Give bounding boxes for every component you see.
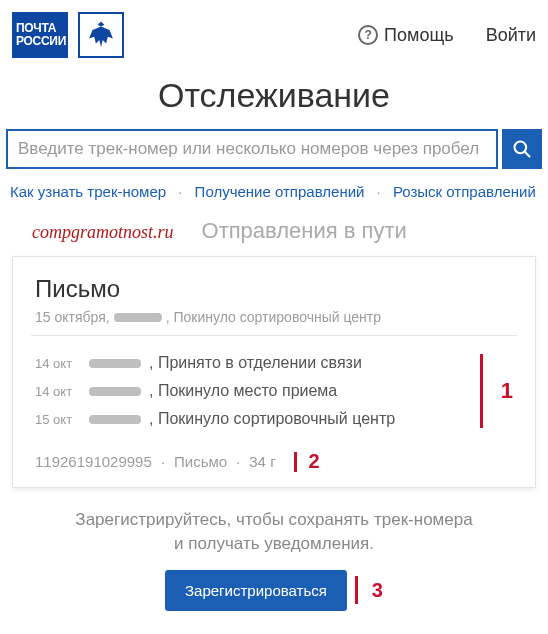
redacted-location [89,359,141,368]
watermark: compgramotnost.ru [32,222,174,243]
register-button[interactable]: Зарегистрироваться [165,570,347,611]
shipment-weight: 34 г [249,453,275,470]
event-block: 14 окт , Принято в отделении связи 14 ок… [35,354,513,428]
event-row: 15 окт , Покинуло сортировочный центр [35,410,468,428]
redacted-location [89,387,141,396]
separator: · [377,183,381,200]
annotation-3: 3 [372,579,383,602]
logo-line2: РОССИИ [16,35,68,48]
card-footer: 11926191029995 · Письмо · 34 г 2 [35,450,513,473]
subnav-search-lost[interactable]: Розыск отправлений [393,183,536,200]
event-status: , Покинуло сортировочный центр [149,410,395,428]
annotation-2: 2 [309,450,320,473]
in-transit-label: Отправления в пути [202,218,407,244]
search-icon [512,139,532,159]
tracking-card[interactable]: Письмо 15 октября, , Покинуло сортировоч… [12,256,536,488]
help-icon: ? [358,25,378,45]
event-date: 14 окт [35,356,81,371]
redacted-location [89,415,141,424]
event-date: 15 окт [35,412,81,427]
logo-text[interactable]: ПОЧТА РОССИИ [12,12,68,58]
logo-emblem[interactable] [78,12,124,58]
shipment-type: Письмо [174,453,227,470]
card-title: Письмо [35,275,513,303]
cta-row: Зарегистрироваться 3 [0,570,548,629]
divider [31,335,517,336]
help-link[interactable]: ? Помощь [358,25,454,46]
track-number: 11926191029995 [35,453,152,470]
annotation-bar-1 [480,354,483,428]
eagle-icon [84,18,118,52]
card-subtitle: 15 октября, , Покинуло сортировочный цен… [35,309,513,325]
event-status: , Принято в отделении связи [149,354,362,372]
separator: · [236,453,240,470]
cta-line1: Зарегистрируйтесь, чтобы сохранять трек-… [75,510,472,529]
subnav-receiving[interactable]: Получение отправлений [195,183,365,200]
track-search-input[interactable] [6,129,498,169]
subtitle-status: , Покинуло сортировочный центр [166,309,381,325]
annotation-bar-2 [294,452,297,472]
header: ПОЧТА РОССИИ ? Помощь Войти [0,0,548,66]
event-row: 14 окт , Покинуло место приема [35,382,468,400]
subtitle-date: 15 октября, [35,309,110,325]
help-label: Помощь [384,25,454,46]
event-status: , Покинуло место приема [149,382,337,400]
annotation-1: 1 [501,378,513,404]
cta-text: Зарегистрируйтесь, чтобы сохранять трек-… [0,498,548,570]
redacted-location [114,313,162,322]
events-list: 14 окт , Принято в отделении связи 14 ок… [35,354,468,428]
watermark-row: compgramotnost.ru Отправления в пути [0,218,548,256]
event-date: 14 окт [35,384,81,399]
search-button[interactable] [502,129,542,169]
svg-line-1 [525,152,530,157]
cta-line2: и получать уведомления. [174,534,374,553]
subnav: Как узнать трек-номер · Получение отправ… [0,183,548,218]
separator: · [178,183,182,200]
event-row: 14 окт , Принято в отделении связи [35,354,468,372]
separator: · [161,453,165,470]
search-row [0,129,548,169]
subnav-how-to[interactable]: Как узнать трек-номер [10,183,166,200]
login-link[interactable]: Войти [486,25,536,46]
page-title: Отслеживание [0,76,548,115]
annotation-bar-3 [355,576,358,604]
